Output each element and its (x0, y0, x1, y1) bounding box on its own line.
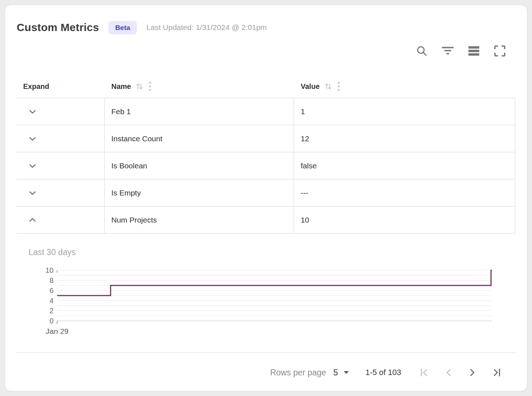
next-page-button[interactable] (464, 364, 481, 381)
expand-cell (17, 152, 105, 179)
first-page-button (416, 364, 433, 381)
pagination-range-label: 1-5 of 103 (365, 368, 401, 377)
metric-name: Instance Count (111, 134, 162, 143)
table-row-expanded: Num Projects 10 (17, 207, 515, 234)
fullscreen-button[interactable] (494, 45, 506, 57)
beta-badge: Beta (108, 21, 137, 34)
metric-chart: 10 8 6 4 2 0 Jan 29 (17, 265, 515, 337)
filter-button[interactable] (442, 45, 454, 57)
column-header-value[interactable]: Value (294, 81, 515, 92)
column-label-value[interactable]: Value (301, 82, 319, 91)
y-tick-label: 2 (50, 307, 53, 315)
filter-icon (442, 46, 454, 56)
column-header-expand: Expand (17, 82, 105, 91)
collapse-row-button[interactable] (27, 215, 38, 225)
y-tick-label: 8 (50, 276, 53, 284)
grid-toolbar (17, 43, 506, 59)
caret-down-icon (344, 371, 349, 374)
density-icon (468, 46, 480, 56)
chevron-down-icon (27, 188, 38, 198)
density-button[interactable] (468, 45, 480, 57)
metric-value: 10 (301, 216, 309, 224)
sort-icon[interactable] (135, 82, 144, 91)
expand-row-button[interactable] (27, 161, 38, 171)
title-row: Custom Metrics Beta Last Updated: 1/31/2… (17, 18, 515, 37)
expand-row-button[interactable] (27, 188, 38, 198)
column-label-name[interactable]: Name (111, 82, 131, 91)
y-tick-label: 4 (50, 297, 53, 305)
grid-header-row: Expand Name Value (17, 75, 515, 98)
column-header-name[interactable]: Name (105, 81, 294, 92)
chevron-down-icon (27, 107, 38, 117)
grid-body: Feb 1 1 Instance Count 12 Is Boo (17, 98, 515, 234)
metric-value: --- (301, 189, 308, 197)
table-row: Instance Count 12 (17, 125, 515, 152)
value-cell: 10 (294, 207, 515, 233)
chart-gridlines (57, 270, 492, 321)
chevron-right-icon (467, 367, 478, 378)
sort-icon[interactable] (324, 82, 332, 91)
metric-name: Is Boolean (111, 162, 147, 170)
y-tick-label: 0 (50, 317, 53, 325)
name-cell: Num Projects (105, 207, 294, 233)
page-title: Custom Metrics (17, 21, 99, 34)
rows-per-page-value[interactable]: 5 (333, 368, 338, 378)
last-updated-text: Last Updated: 1/31/2024 @ 2:01pm (146, 23, 267, 32)
chart-title: Last 30 days (29, 248, 515, 257)
chevron-down-icon (27, 134, 38, 144)
step-line-chart: 10 8 6 4 2 0 Jan 29 (17, 265, 516, 337)
name-cell: Feb 1 (105, 98, 294, 125)
name-cell: Instance Count (105, 125, 294, 152)
expand-cell (17, 98, 105, 125)
value-cell: 1 (294, 98, 515, 125)
expand-row-button[interactable] (27, 107, 38, 117)
expand-cell (17, 125, 105, 152)
metric-value: 1 (301, 107, 305, 116)
name-cell: Is Empty (105, 180, 294, 206)
search-icon (416, 45, 428, 57)
value-cell: false (294, 152, 515, 179)
value-cell: 12 (294, 125, 515, 152)
pagination-controls (416, 364, 505, 381)
grid-footer: Rows per page 5 1-5 of 103 (17, 352, 515, 391)
column-menu-icon[interactable] (337, 81, 340, 92)
chevron-down-icon (27, 161, 38, 171)
data-grid: Expand Name Value (17, 75, 515, 391)
chevron-up-icon (27, 215, 38, 225)
table-row: Is Empty --- (17, 180, 515, 207)
metric-value: 12 (301, 134, 309, 143)
value-cell: --- (294, 180, 515, 206)
metric-name: Feb 1 (111, 107, 131, 116)
last-page-icon (491, 367, 502, 378)
metric-name: Num Projects (111, 216, 157, 224)
custom-metrics-card: Custom Metrics Beta Last Updated: 1/31/2… (5, 5, 527, 391)
table-row: Feb 1 1 (17, 98, 515, 125)
rows-per-page-label: Rows per page (270, 368, 326, 378)
chevron-left-icon (443, 367, 454, 378)
table-row: Is Boolean false (17, 152, 515, 180)
fullscreen-icon (494, 45, 506, 57)
expand-cell (17, 180, 105, 206)
metric-value: false (301, 162, 317, 170)
search-button[interactable] (416, 45, 428, 57)
chart-step-line (57, 270, 492, 296)
y-tick-label: 6 (50, 287, 53, 294)
expand-cell (17, 207, 105, 233)
column-menu-icon[interactable] (148, 81, 152, 92)
last-page-button[interactable] (488, 364, 505, 381)
previous-page-button (440, 364, 457, 381)
column-label-expand: Expand (23, 82, 49, 91)
row-detail-panel: Last 30 days 10 8 6 4 2 0 Jan 29 (17, 234, 515, 352)
name-cell: Is Boolean (105, 152, 294, 179)
first-page-icon (419, 367, 430, 378)
expand-row-button[interactable] (27, 134, 38, 144)
rows-per-page-select[interactable]: 5 (333, 368, 349, 378)
metric-name: Is Empty (111, 189, 141, 197)
x-tick-label: Jan 29 (46, 327, 68, 335)
y-tick-label: 10 (46, 266, 53, 274)
